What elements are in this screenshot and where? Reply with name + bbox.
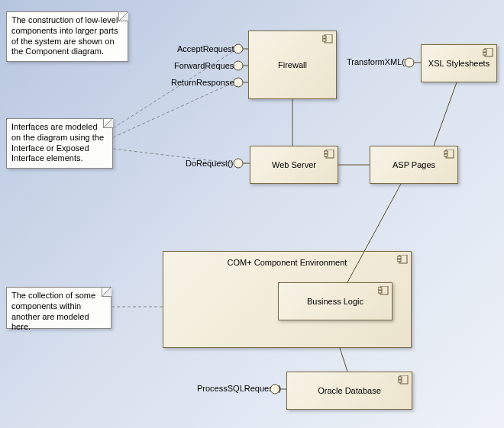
svg-rect-16 (378, 288, 382, 290)
svg-rect-20 (398, 380, 402, 382)
component-label: ASP Pages (393, 160, 435, 169)
svg-rect-17 (378, 291, 382, 293)
component-business-logic[interactable]: Business Logic (278, 282, 393, 320)
interface-label-dorequest: DoRequest() (186, 159, 233, 168)
svg-rect-19 (398, 377, 402, 379)
component-icon (324, 150, 334, 159)
svg-rect-13 (397, 256, 401, 259)
svg-line-23 (434, 82, 457, 146)
note-collection: The collection of some components within… (6, 287, 111, 329)
component-icon (398, 375, 409, 385)
svg-rect-1 (322, 36, 326, 38)
svg-rect-2 (322, 39, 326, 41)
svg-line-39 (113, 82, 234, 137)
svg-rect-5 (483, 53, 486, 55)
component-icon (378, 286, 389, 295)
component-label: COM+ Component Environment (228, 258, 347, 267)
svg-rect-7 (324, 151, 328, 153)
component-firewall[interactable]: Firewall (248, 31, 337, 99)
component-asp[interactable]: ASP Pages (370, 146, 458, 184)
note-text: Interfaces are modeled on the diagram us… (11, 122, 104, 163)
svg-point-35 (234, 159, 243, 168)
component-icon (322, 34, 333, 43)
component-label: Oracle Database (318, 386, 381, 395)
component-label: Firewall (278, 60, 307, 69)
svg-line-25 (340, 348, 347, 372)
interface-label-transform: TransformXML() (347, 57, 408, 66)
component-oracle[interactable]: Oracle Database (286, 372, 412, 410)
svg-rect-8 (324, 154, 328, 156)
note-text: The collection of some components within… (11, 291, 95, 331)
note-text: The construction of low-level components… (11, 15, 118, 56)
note-construction: The construction of low-level components… (6, 11, 128, 62)
component-webserver[interactable]: Web Server (250, 146, 338, 184)
svg-rect-4 (483, 50, 486, 52)
component-label: Business Logic (307, 297, 363, 306)
component-icon (483, 48, 493, 57)
interface-label-accept: AcceptRequest() (177, 44, 240, 53)
note-interfaces: Interfaces are modeled on the diagram us… (6, 118, 113, 169)
component-icon (397, 255, 408, 264)
component-label: XSL Stylesheets (428, 59, 489, 68)
component-icon (444, 150, 454, 159)
interface-label-return: ReturnResponse() (171, 78, 240, 87)
interface-label-processsql: ProcessSQLRequest() (197, 384, 281, 393)
svg-rect-11 (444, 154, 447, 156)
component-xsl[interactable]: XSL Stylesheets (421, 44, 497, 82)
diagram-canvas: The construction of low-level components… (0, 0, 504, 428)
svg-rect-10 (444, 151, 447, 153)
component-label: Web Server (272, 160, 316, 169)
svg-rect-14 (397, 259, 401, 262)
interface-label-forward: ForwardRequest() (174, 61, 242, 70)
